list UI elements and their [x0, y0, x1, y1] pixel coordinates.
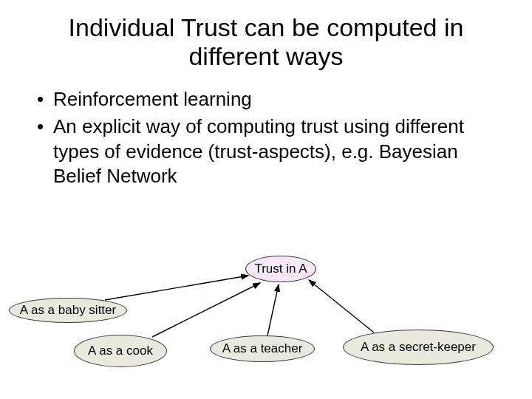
- node-label: A as a cook: [88, 344, 153, 358]
- node-label: A as a secret-keeper: [361, 341, 476, 354]
- slide-title: Individual Trust can be computed in diff…: [44, 13, 488, 71]
- node-trust-root: Trust in A: [245, 256, 316, 282]
- svg-line-1: [152, 283, 260, 337]
- node-label: A as a teacher: [222, 342, 303, 355]
- slide: Individual Trust can be computed in diff…: [0, 0, 532, 399]
- svg-line-3: [309, 280, 374, 332]
- bullet-item: An explicit way of computing trust using…: [34, 115, 502, 188]
- node-label: Trust in A: [254, 262, 307, 276]
- node-secret-keeper: A as a secret-keeper: [343, 330, 494, 365]
- node-label: A as a baby sitter: [20, 304, 116, 317]
- bullet-list: Reinforcement learning An explicit way o…: [34, 87, 502, 188]
- svg-line-0: [105, 276, 248, 300]
- node-cook: A as a cook: [74, 335, 167, 367]
- node-teacher: A as a teacher: [210, 335, 315, 362]
- node-baby-sitter: A as a baby sitter: [9, 298, 127, 323]
- bullet-item: Reinforcement learning: [34, 87, 502, 112]
- svg-line-2: [267, 284, 279, 335]
